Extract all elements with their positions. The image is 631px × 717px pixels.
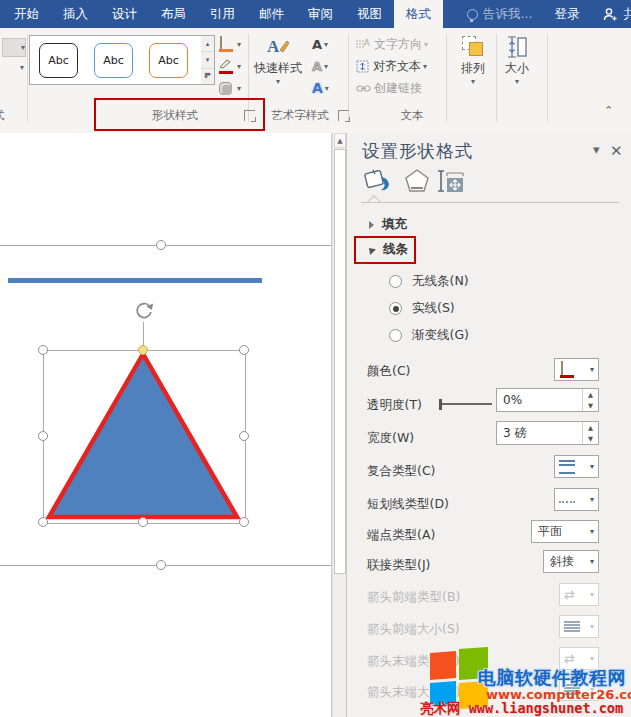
shape-outline-button[interactable]: ▾: [218, 57, 241, 75]
transparency-field[interactable]: 0% ▲▼: [496, 388, 599, 412]
pane-options-chevron-icon[interactable]: ▾: [593, 142, 600, 157]
cap-type-combo[interactable]: 平面 ▾: [531, 520, 599, 543]
align-text-button[interactable]: 对齐文本▾: [356, 57, 427, 75]
resize-handle-bottom-left[interactable]: [38, 517, 48, 527]
compound-type-button[interactable]: ▾: [554, 455, 599, 478]
scroll-up-button[interactable]: ▲: [334, 133, 346, 148]
canvas-top-handle[interactable]: [156, 240, 166, 250]
canvas-bottom-handle[interactable]: [156, 560, 166, 570]
tab-layout[interactable]: 布局: [149, 0, 198, 28]
spin-up-icon[interactable]: ▲: [583, 389, 598, 400]
document-scrollbar[interactable]: ▲: [332, 133, 347, 717]
resize-handle-bottom-right[interactable]: [239, 517, 249, 527]
line-color-button[interactable]: ▾: [554, 358, 599, 381]
sign-in-button[interactable]: 登录: [542, 0, 591, 28]
effects-tab-icon[interactable]: [403, 167, 431, 195]
rotate-handle-icon[interactable]: [133, 301, 155, 321]
size-button[interactable]: 大小 ▾: [498, 34, 536, 86]
radio-unchecked-icon[interactable]: [389, 329, 402, 342]
tab-mailings[interactable]: 邮件: [247, 0, 296, 28]
line-section-highlight: [354, 236, 416, 264]
layout-properties-tab-icon[interactable]: [437, 167, 467, 195]
transparency-spinner[interactable]: ▲▼: [582, 389, 598, 411]
quick-styles-button[interactable]: A 快速样式 ▾: [252, 34, 304, 86]
spin-down-icon[interactable]: ▼: [583, 400, 598, 411]
line-width-field[interactable]: 3 磅 ▲▼: [496, 421, 599, 445]
spin-up-icon[interactable]: ▲: [583, 422, 598, 433]
solid-line-option[interactable]: 实线(S): [389, 300, 455, 317]
resize-handle-bottom-mid[interactable]: [138, 517, 148, 527]
insert-shape-scroll-down-button[interactable]: ▾: [2, 59, 24, 76]
pane-close-icon[interactable]: ✕: [610, 142, 623, 160]
text-outline-button[interactable]: A▾: [312, 57, 328, 75]
align-text-icon: [356, 60, 370, 73]
arrow-begin-type-button: ⇄▾: [559, 583, 599, 606]
shape-styles-group-highlight: [94, 98, 265, 131]
chain-link-icon: [356, 84, 371, 93]
scrollbar-thumb[interactable]: [334, 149, 346, 574]
join-type-combo[interactable]: 斜接 ▾: [543, 550, 599, 573]
document-canvas[interactable]: [0, 133, 346, 717]
insert-shape-scroll-up-button[interactable]: ▾: [2, 38, 26, 57]
shape-style-preset-black[interactable]: Abc: [39, 43, 78, 78]
clipped-group-label: 式: [0, 108, 5, 123]
resize-handle-mid-left[interactable]: [38, 431, 48, 441]
shape-style-preset-blue[interactable]: Abc: [94, 43, 133, 78]
text-fill-button[interactable]: A▾: [312, 35, 328, 53]
resize-handle-mid-right[interactable]: [239, 431, 249, 441]
arrow-end-type-label: 箭头末端类型(E): [367, 653, 460, 670]
tab-format-active[interactable]: 格式: [394, 0, 443, 28]
shape-effects-button[interactable]: ▾: [218, 79, 241, 97]
width-spinner[interactable]: ▲▼: [582, 422, 598, 444]
collapse-ribbon-button[interactable]: ⌃: [604, 104, 613, 117]
width-label: 宽度(W): [367, 430, 414, 447]
shape-style-preset-orange[interactable]: Abc: [149, 43, 188, 78]
tell-me-box[interactable]: 告诉我...: [457, 0, 542, 28]
transparency-slider-track[interactable]: [442, 403, 492, 405]
cap-type-label: 端点类型(A): [367, 527, 435, 544]
tab-view[interactable]: 视图: [345, 0, 394, 28]
tab-insert[interactable]: 插入: [51, 0, 100, 28]
fill-line-tab-icon[interactable]: [363, 167, 393, 195]
ribbon-tab-bar: 开始 插入 设计 布局 引用 邮件 审阅 视图 格式 告诉我... 登录 共享: [0, 0, 631, 28]
share-button[interactable]: 共享: [591, 0, 631, 28]
arrows-icon: ⇄: [564, 651, 575, 666]
shape-fill-button[interactable]: ▾: [218, 35, 241, 53]
arrow-begin-type-label: 箭头前端类型(B): [367, 589, 460, 606]
resize-handle-top-left[interactable]: [38, 345, 48, 355]
triangle-shape[interactable]: [38, 345, 250, 527]
dash-type-button[interactable]: ▾: [554, 488, 599, 511]
gallery-scroll-up[interactable]: ▴: [201, 36, 214, 52]
radio-checked-icon[interactable]: [389, 302, 402, 315]
wordart-styles-group-label: 艺术字样式: [264, 108, 336, 123]
tab-home[interactable]: 开始: [2, 0, 51, 28]
text-direction-icon: A: [356, 38, 371, 51]
transparency-label: 透明度(T): [367, 397, 422, 414]
gradient-line-option[interactable]: 渐变线(G): [389, 327, 469, 344]
resize-handle-top-right[interactable]: [239, 345, 249, 355]
group-separator: [348, 34, 349, 122]
gallery-scrollbar: ▴ ▾ ▬▾: [201, 35, 215, 85]
text-effects-button[interactable]: A▾: [312, 79, 329, 97]
blue-line-shape[interactable]: [8, 278, 262, 283]
tab-review[interactable]: 审阅: [296, 0, 345, 28]
gallery-scroll-down[interactable]: ▾: [201, 52, 214, 68]
wordart-styles-dialog-launcher[interactable]: [338, 110, 349, 121]
radio-unchecked-icon[interactable]: [389, 275, 402, 288]
arrow-end-size-label: 箭头末端大小(Z): [367, 684, 460, 701]
tab-design[interactable]: 设计: [100, 0, 149, 28]
arrange-button[interactable]: 排列 ▾: [452, 34, 494, 86]
shape-style-gallery: Abc Abc Abc: [29, 35, 203, 85]
line-sizes-icon: [564, 621, 580, 632]
adjust-handle-apex[interactable]: [138, 345, 148, 355]
spin-down-icon[interactable]: ▼: [583, 433, 598, 444]
no-line-option[interactable]: 无线条(N): [389, 273, 469, 290]
create-link-button[interactable]: 创建链接: [356, 79, 422, 97]
fill-section-header[interactable]: 填充: [369, 216, 407, 233]
text-direction-button[interactable]: A 文字方向▾: [356, 35, 428, 53]
size-label: 大小: [505, 60, 529, 77]
quick-styles-label: 快速样式: [254, 60, 302, 77]
tab-references[interactable]: 引用: [198, 0, 247, 28]
gallery-more-button[interactable]: ▬▾: [201, 69, 214, 84]
compound-lines-icon: [559, 460, 575, 474]
